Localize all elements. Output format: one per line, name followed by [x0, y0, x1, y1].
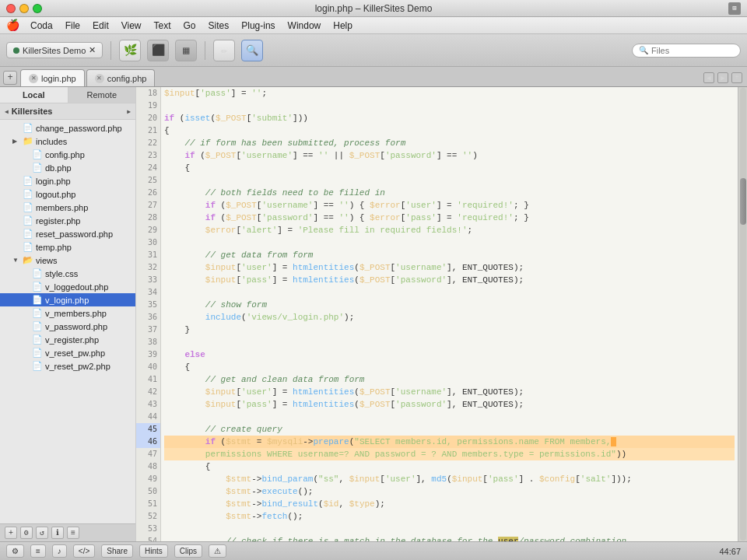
status-right: 44:67 — [719, 547, 741, 556]
tab-scroll-right[interactable]: ▶ — [717, 72, 728, 83]
line-num-52: 52 — [136, 510, 160, 523]
sidebar-info-button[interactable]: ℹ — [51, 527, 64, 539]
line-num-34: 34 — [136, 286, 160, 299]
code-line-37: } — [164, 324, 735, 336]
sidebar-item-v-reset-pw[interactable]: 📄 v_reset_pw.php — [0, 346, 135, 359]
site-selector[interactable]: KillerSites Demo ✕ — [6, 42, 103, 58]
sidebar-item-temp[interactable]: 📄 temp.php — [0, 240, 135, 254]
maximize-button[interactable] — [33, 4, 42, 13]
edit-button[interactable]: ✏ — [213, 40, 235, 61]
title-bar: login.php – KillerSites Demo ⊞ — [0, 0, 747, 17]
close-button[interactable] — [6, 4, 16, 13]
menu-edit[interactable]: Edit — [87, 19, 114, 33]
vertical-scrollbar[interactable] — [738, 87, 747, 541]
menu-plugins[interactable]: Plug-ins — [236, 19, 280, 33]
code-line-49: $stmt->bind_param("ss", $input['user'], … — [164, 473, 735, 485]
new-file-button[interactable]: 🌿 — [119, 40, 141, 61]
code-area[interactable]: 18 19 20 21 22 23 24 25 26 27 28 29 30 3… — [136, 87, 747, 541]
sidebar-item-v-members[interactable]: 📄 v_members.php — [0, 306, 135, 320]
file-name: v_login.php — [45, 296, 89, 305]
code-icon: </> — [79, 547, 89, 555]
code-line-54: // check if there is a match in the data… — [164, 535, 735, 541]
code-button[interactable]: </> — [73, 544, 95, 558]
sidebar-item-style[interactable]: 📄 style.css — [0, 267, 135, 280]
sidebar-collapse-right[interactable]: ▶ — [127, 108, 131, 115]
search-input[interactable] — [651, 46, 734, 55]
menu-coda[interactable]: Coda — [25, 19, 58, 33]
code-view-button[interactable]: ⬛ — [147, 40, 169, 61]
settings-button[interactable]: ⚙ — [6, 544, 24, 558]
apple-menu[interactable]: 🍎 — [6, 19, 19, 32]
line-num-43: 43 — [136, 398, 160, 411]
sidebar-item-change-password[interactable]: 📄 change_password.php — [0, 121, 135, 135]
scrollbar-track[interactable] — [740, 88, 746, 541]
sidebar-tab-remote[interactable]: Remote — [68, 87, 136, 103]
file-icon: 📄 — [32, 282, 43, 292]
hints-button[interactable]: Hints — [139, 544, 168, 558]
sidebar-collapse-left[interactable]: ◀ — [5, 108, 9, 115]
menu-window[interactable]: Window — [282, 19, 327, 33]
sidebar-item-db[interactable]: 📄 db.php — [0, 161, 135, 174]
search-replace-button[interactable]: 🔍 — [241, 40, 263, 61]
share-label: Share — [107, 547, 128, 555]
code-line-27: if ($_POST['username'] == '') { $error['… — [164, 199, 735, 212]
sidebar-item-config[interactable]: 📄 config.php — [0, 148, 135, 161]
code-editor: 18 19 20 21 22 23 24 25 26 27 28 29 30 3… — [136, 87, 747, 541]
sidebar-item-v-login[interactable]: 📄 v_login.php — [0, 293, 135, 306]
sidebar-item-views[interactable]: ▼ 📂 views — [0, 254, 135, 267]
warning-button[interactable]: ⚠ — [209, 544, 226, 558]
pencil-icon: ✏ — [221, 44, 227, 57]
menu-help[interactable]: Help — [328, 19, 358, 33]
sidebar-item-reset-password[interactable]: 📄 reset_password.php — [0, 227, 135, 240]
code-line-32: $input['user'] = htmlentities($_POST['us… — [164, 261, 735, 274]
tab-config[interactable]: ✕ config.php — [86, 69, 156, 86]
menu-text[interactable]: Text — [149, 19, 177, 33]
music-button[interactable]: ♪ — [52, 544, 67, 558]
minimize-button[interactable] — [19, 4, 29, 13]
main-content: Local Remote ◀ Killersites ▶ 📄 change_pa… — [0, 87, 747, 541]
window-controls[interactable] — [6, 4, 42, 13]
tab-close-login[interactable]: ✕ — [29, 74, 38, 83]
file-name: v_reset_pw.php — [45, 348, 105, 358]
sidebar-item-members[interactable]: 📄 members.php — [0, 201, 135, 214]
code-content[interactable]: $input['pass'] = ''; if (isset($_POST['s… — [161, 87, 738, 541]
folder-name: includes — [36, 137, 67, 146]
file-name: style.css — [45, 269, 78, 278]
menu-view[interactable]: View — [116, 19, 147, 33]
clips-label: Clips — [180, 547, 197, 555]
new-tab-button[interactable]: + — [3, 71, 17, 85]
clips-button[interactable]: Clips — [174, 544, 202, 558]
sidebar-item-v-register[interactable]: 📄 v_register.php — [0, 333, 135, 346]
sidebar-settings-button[interactable]: ⚙ — [20, 527, 33, 539]
sidebar-refresh-button[interactable]: ↺ — [36, 527, 48, 539]
sidebar-item-includes[interactable]: ▶ 📁 includes — [0, 135, 135, 148]
lines-button[interactable]: ≡ — [30, 544, 46, 558]
menu-go[interactable]: Go — [178, 19, 202, 33]
menu-sites[interactable]: Sites — [203, 19, 235, 33]
sidebar-item-v-password[interactable]: 📄 v_password.php — [0, 320, 135, 333]
sidebar-lines-button[interactable]: ≡ — [67, 527, 79, 539]
sidebar-item-v-reset-pw2[interactable]: 📄 v_reset_pw2.php — [0, 359, 135, 373]
code-line-51: $stmt->bind_result($id, $type); — [164, 498, 735, 510]
tab-overflow[interactable]: + — [731, 72, 742, 83]
sidebar-item-logout[interactable]: 📄 logout.php — [0, 187, 135, 201]
sidebar-item-v-loggedout[interactable]: 📄 v_loggedout.php — [0, 280, 135, 293]
tab-scroll-left[interactable]: ◀ — [703, 72, 714, 83]
share-button[interactable]: Share — [101, 544, 133, 558]
title-icon-1: ⊞ — [728, 2, 741, 15]
line-num-46: 46 — [136, 436, 160, 448]
file-icon: 📄 — [32, 268, 43, 278]
sidebar-item-register[interactable]: 📄 register.php — [0, 214, 135, 227]
sidebar-item-login[interactable]: 📄 login.php — [0, 174, 135, 187]
file-name: config.php — [45, 150, 85, 159]
menu-file[interactable]: File — [60, 19, 86, 33]
tab-login[interactable]: ✕ login.php — [20, 69, 85, 86]
sidebar-tab-local[interactable]: Local — [0, 87, 68, 103]
file-search-box[interactable]: 🔍 — [632, 44, 741, 58]
sidebar-add-button[interactable]: + — [5, 527, 17, 539]
scrollbar-thumb[interactable] — [740, 178, 746, 225]
code-line-42: $input['user'] = htmlentities($_POST['us… — [164, 386, 735, 398]
tab-close-config[interactable]: ✕ — [95, 74, 104, 83]
title-bar-right-icons: ⊞ — [728, 2, 741, 15]
split-view-button[interactable]: ▦ — [175, 40, 197, 61]
